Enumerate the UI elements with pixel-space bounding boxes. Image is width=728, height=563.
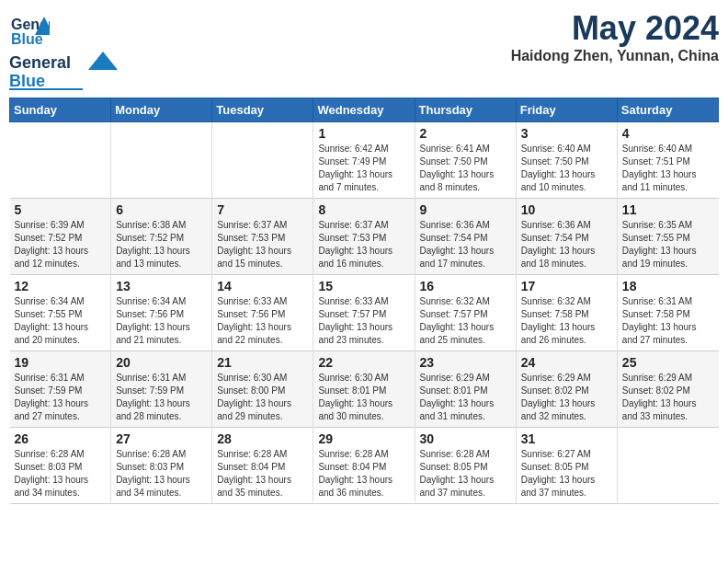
calendar-cell: 11Sunrise: 6:35 AM Sunset: 7:55 PM Dayli… <box>617 199 718 275</box>
calendar-cell <box>212 122 313 199</box>
calendar-cell: 2Sunrise: 6:41 AM Sunset: 7:50 PM Daylig… <box>415 122 516 199</box>
day-info: Sunrise: 6:31 AM Sunset: 7:58 PM Dayligh… <box>622 295 714 347</box>
day-info: Sunrise: 6:32 AM Sunset: 7:58 PM Dayligh… <box>521 295 612 347</box>
day-info: Sunrise: 6:40 AM Sunset: 7:50 PM Dayligh… <box>521 143 612 194</box>
day-info: Sunrise: 6:29 AM Sunset: 8:02 PM Dayligh… <box>622 372 714 423</box>
day-info: Sunrise: 6:42 AM Sunset: 7:49 PM Dayligh… <box>318 143 409 194</box>
day-info: Sunrise: 6:28 AM Sunset: 8:04 PM Dayligh… <box>318 448 409 500</box>
day-number: 10 <box>521 202 612 217</box>
day-number: 23 <box>420 355 511 370</box>
day-info: Sunrise: 6:33 AM Sunset: 7:56 PM Dayligh… <box>217 295 308 347</box>
day-info: Sunrise: 6:40 AM Sunset: 7:51 PM Dayligh… <box>622 143 714 194</box>
title-block: May 2024 Haidong Zhen, Yunnan, China <box>511 9 719 64</box>
day-number: 24 <box>521 355 612 370</box>
calendar-cell: 19Sunrise: 6:31 AM Sunset: 7:59 PM Dayli… <box>10 351 111 428</box>
svg-text:General: General <box>9 53 71 72</box>
calendar-cell: 18Sunrise: 6:31 AM Sunset: 7:58 PM Dayli… <box>617 275 718 351</box>
day-number: 28 <box>217 431 308 446</box>
calendar-cell: 29Sunrise: 6:28 AM Sunset: 8:04 PM Dayli… <box>313 428 415 504</box>
day-number: 4 <box>622 126 714 141</box>
calendar-cell: 24Sunrise: 6:29 AM Sunset: 8:02 PM Dayli… <box>516 351 617 428</box>
day-info: Sunrise: 6:27 AM Sunset: 8:05 PM Dayligh… <box>521 448 612 500</box>
day-info: Sunrise: 6:37 AM Sunset: 7:53 PM Dayligh… <box>217 219 308 270</box>
day-number: 12 <box>15 279 107 293</box>
week-row-5: 26Sunrise: 6:28 AM Sunset: 8:03 PM Dayli… <box>10 428 719 504</box>
day-number: 8 <box>318 202 409 217</box>
day-number: 18 <box>622 279 714 293</box>
day-info: Sunrise: 6:31 AM Sunset: 7:59 PM Dayligh… <box>15 372 107 423</box>
month-year: May 2024 <box>511 9 719 48</box>
day-number: 11 <box>622 202 714 217</box>
day-number: 16 <box>420 279 511 293</box>
day-info: Sunrise: 6:37 AM Sunset: 7:53 PM Dayligh… <box>318 219 409 270</box>
calendar-cell: 23Sunrise: 6:29 AM Sunset: 8:01 PM Dayli… <box>415 351 516 428</box>
day-info: Sunrise: 6:36 AM Sunset: 7:54 PM Dayligh… <box>521 219 612 270</box>
calendar-cell: 27Sunrise: 6:28 AM Sunset: 8:03 PM Dayli… <box>111 428 212 504</box>
week-row-2: 5Sunrise: 6:39 AM Sunset: 7:52 PM Daylig… <box>10 199 719 275</box>
day-number: 31 <box>521 431 612 446</box>
svg-text:Blue: Blue <box>9 72 45 90</box>
day-number: 1 <box>318 126 409 141</box>
calendar-cell: 6Sunrise: 6:38 AM Sunset: 7:52 PM Daylig… <box>111 199 212 275</box>
calendar-cell: 21Sunrise: 6:30 AM Sunset: 8:00 PM Dayli… <box>212 351 313 428</box>
calendar-cell <box>111 122 212 199</box>
day-info: Sunrise: 6:28 AM Sunset: 8:03 PM Dayligh… <box>116 448 207 500</box>
day-info: Sunrise: 6:28 AM Sunset: 8:03 PM Dayligh… <box>15 448 107 500</box>
day-number: 30 <box>420 431 511 446</box>
day-number: 6 <box>116 202 207 217</box>
header-day-tuesday: Tuesday <box>212 98 313 122</box>
day-info: Sunrise: 6:28 AM Sunset: 8:05 PM Dayligh… <box>420 448 511 500</box>
day-number: 5 <box>15 202 107 217</box>
calendar-cell: 26Sunrise: 6:28 AM Sunset: 8:03 PM Dayli… <box>10 428 111 504</box>
calendar-cell: 16Sunrise: 6:32 AM Sunset: 7:57 PM Dayli… <box>415 275 516 351</box>
day-number: 22 <box>318 355 409 370</box>
calendar-cell: 5Sunrise: 6:39 AM Sunset: 7:52 PM Daylig… <box>10 199 111 275</box>
logo: General Blue General Blue <box>9 9 119 90</box>
calendar-cell: 30Sunrise: 6:28 AM Sunset: 8:05 PM Dayli… <box>415 428 516 504</box>
day-info: Sunrise: 6:28 AM Sunset: 8:04 PM Dayligh… <box>217 448 308 500</box>
day-info: Sunrise: 6:39 AM Sunset: 7:52 PM Dayligh… <box>15 219 107 270</box>
calendar-cell: 15Sunrise: 6:33 AM Sunset: 7:57 PM Dayli… <box>313 275 415 351</box>
day-number: 29 <box>318 431 409 446</box>
calendar-cell: 13Sunrise: 6:34 AM Sunset: 7:56 PM Dayli… <box>111 275 212 351</box>
calendar-cell: 4Sunrise: 6:40 AM Sunset: 7:51 PM Daylig… <box>617 122 718 199</box>
day-number: 17 <box>521 279 612 293</box>
day-info: Sunrise: 6:38 AM Sunset: 7:52 PM Dayligh… <box>116 219 207 270</box>
day-number: 13 <box>116 279 207 293</box>
day-info: Sunrise: 6:35 AM Sunset: 7:55 PM Dayligh… <box>622 219 714 270</box>
header-day-thursday: Thursday <box>415 98 516 122</box>
calendar-cell: 12Sunrise: 6:34 AM Sunset: 7:55 PM Dayli… <box>10 275 111 351</box>
day-info: Sunrise: 6:34 AM Sunset: 7:55 PM Dayligh… <box>15 295 107 347</box>
calendar-cell: 28Sunrise: 6:28 AM Sunset: 8:04 PM Dayli… <box>212 428 313 504</box>
calendar-cell: 31Sunrise: 6:27 AM Sunset: 8:05 PM Dayli… <box>516 428 617 504</box>
day-number: 15 <box>318 279 409 293</box>
header-day-friday: Friday <box>516 98 617 122</box>
day-number: 9 <box>420 202 511 217</box>
calendar-cell: 20Sunrise: 6:31 AM Sunset: 7:59 PM Dayli… <box>111 351 212 428</box>
day-info: Sunrise: 6:32 AM Sunset: 7:57 PM Dayligh… <box>420 295 511 347</box>
calendar-cell: 14Sunrise: 6:33 AM Sunset: 7:56 PM Dayli… <box>212 275 313 351</box>
day-number: 19 <box>15 355 107 370</box>
day-info: Sunrise: 6:30 AM Sunset: 8:00 PM Dayligh… <box>217 372 308 423</box>
day-info: Sunrise: 6:33 AM Sunset: 7:57 PM Dayligh… <box>318 295 409 347</box>
day-number: 3 <box>521 126 612 141</box>
calendar-cell: 3Sunrise: 6:40 AM Sunset: 7:50 PM Daylig… <box>516 122 617 199</box>
calendar-cell: 9Sunrise: 6:36 AM Sunset: 7:54 PM Daylig… <box>415 199 516 275</box>
calendar-cell: 25Sunrise: 6:29 AM Sunset: 8:02 PM Dayli… <box>617 351 718 428</box>
calendar-cell: 10Sunrise: 6:36 AM Sunset: 7:54 PM Dayli… <box>516 199 617 275</box>
day-number: 14 <box>217 279 308 293</box>
header-day-saturday: Saturday <box>617 98 718 122</box>
logo-icon: General Blue <box>9 9 50 50</box>
day-info: Sunrise: 6:36 AM Sunset: 7:54 PM Dayligh… <box>420 219 511 270</box>
page-header: General Blue General Blue May 2024 Haido… <box>9 9 719 90</box>
header-day-sunday: Sunday <box>10 98 111 122</box>
day-number: 21 <box>217 355 308 370</box>
day-number: 20 <box>116 355 207 370</box>
calendar-cell: 22Sunrise: 6:30 AM Sunset: 8:01 PM Dayli… <box>313 351 415 428</box>
calendar-table: SundayMondayTuesdayWednesdayThursdayFrid… <box>9 98 719 504</box>
week-row-3: 12Sunrise: 6:34 AM Sunset: 7:55 PM Dayli… <box>10 275 719 351</box>
calendar-cell: 1Sunrise: 6:42 AM Sunset: 7:49 PM Daylig… <box>313 122 415 199</box>
day-info: Sunrise: 6:34 AM Sunset: 7:56 PM Dayligh… <box>116 295 207 347</box>
day-info: Sunrise: 6:30 AM Sunset: 8:01 PM Dayligh… <box>318 372 409 423</box>
calendar-header-row: SundayMondayTuesdayWednesdayThursdayFrid… <box>10 98 719 122</box>
